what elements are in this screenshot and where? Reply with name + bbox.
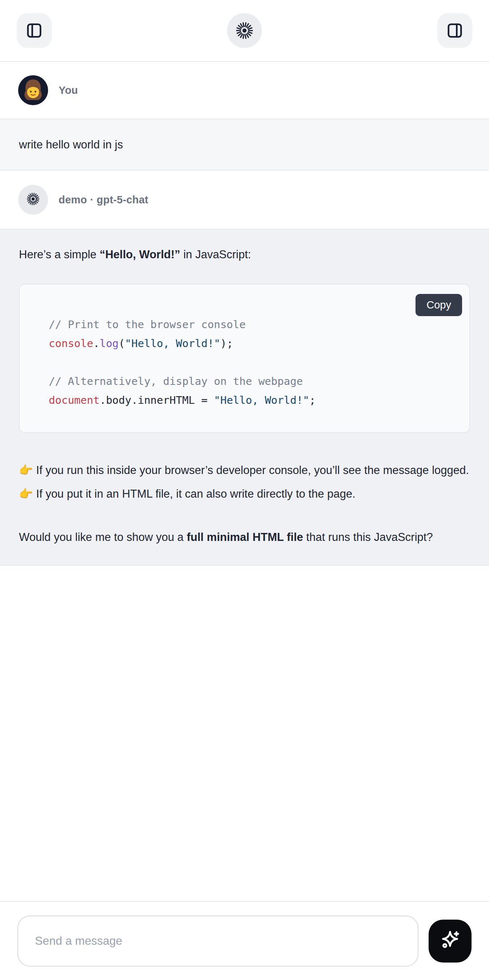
assistant-turn-header: demo · gpt-5-chat (0, 170, 489, 229)
user-message-text: write hello world in js (19, 133, 470, 156)
user-turn-header: You (0, 62, 489, 119)
assistant-followup-text: Would you like me to show you a full min… (19, 525, 470, 549)
copy-code-button[interactable]: Copy (416, 294, 462, 316)
code-line: // Alternatively, display on the webpage (49, 372, 455, 391)
assistant-tips-text: 👉 If you run this inside your browser’s … (19, 458, 470, 506)
toggle-right-panel-button[interactable] (437, 13, 472, 48)
code-line: document.body.innerHTML = "Hello, World!… (49, 391, 455, 410)
toggle-left-panel-button[interactable] (17, 13, 52, 48)
assistant-message: Here’s a simple “Hello, World!” in JavaS… (0, 229, 489, 566)
assistant-intro-text: Here’s a simple “Hello, World!” in JavaS… (19, 243, 470, 266)
assistant-name-label: demo · gpt-5-chat (59, 194, 148, 206)
user-name-label: You (59, 84, 78, 96)
code-line: // Print to the browser console (49, 315, 455, 334)
panel-left-icon (26, 22, 43, 39)
starburst-icon (235, 21, 254, 40)
message-input[interactable] (18, 916, 419, 967)
code-line: ​ (49, 353, 455, 372)
person-emoji-avatar-icon (18, 75, 48, 105)
assistant-avatar (18, 185, 48, 215)
user-avatar (18, 75, 48, 105)
user-message: write hello world in js (0, 119, 489, 170)
composer-bar (0, 901, 489, 980)
code-block: Copy // Print to the browser consolecons… (19, 284, 470, 433)
send-button[interactable] (428, 920, 471, 963)
agent-name: demo (59, 194, 87, 205)
starburst-icon (26, 192, 40, 207)
panel-right-icon (446, 22, 463, 39)
model-name: gpt-5-chat (97, 194, 148, 205)
code-content: // Print to the browser consoleconsole.l… (49, 315, 455, 410)
app-logo-button[interactable] (227, 13, 262, 48)
chat-scroll-area[interactable] (0, 566, 489, 901)
code-line: console.log("Hello, World!"); (49, 334, 455, 353)
top-toolbar (0, 0, 489, 62)
sparkle-icon (438, 929, 462, 953)
name-separator: · (90, 194, 94, 205)
